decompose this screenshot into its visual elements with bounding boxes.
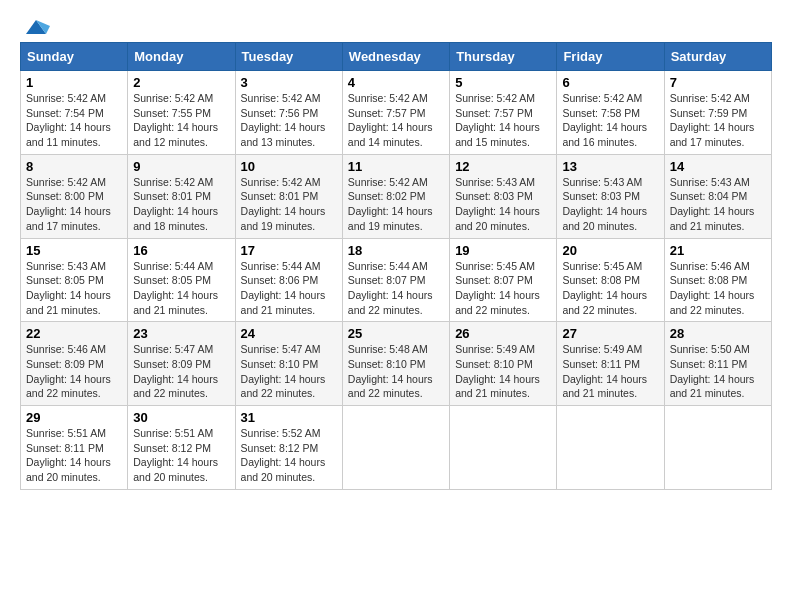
calendar-cell: 2Sunrise: 5:42 AMSunset: 7:55 PMDaylight… xyxy=(128,71,235,155)
sunrise-info: Sunrise: 5:42 AM xyxy=(348,176,428,188)
calendar-cell: 7Sunrise: 5:42 AMSunset: 7:59 PMDaylight… xyxy=(664,71,771,155)
day-info: Sunrise: 5:44 AMSunset: 8:06 PMDaylight:… xyxy=(241,259,337,318)
sunrise-info: Sunrise: 5:42 AM xyxy=(133,92,213,104)
daylight-label: Daylight: 14 hours xyxy=(348,373,433,385)
day-info: Sunrise: 5:44 AMSunset: 8:05 PMDaylight:… xyxy=(133,259,229,318)
sunset-info: Sunset: 8:03 PM xyxy=(562,190,640,202)
sunrise-info: Sunrise: 5:47 AM xyxy=(133,343,213,355)
day-number: 26 xyxy=(455,326,551,341)
calendar-header: SundayMondayTuesdayWednesdayThursdayFrid… xyxy=(21,43,772,71)
daylight-label: Daylight: 14 hours xyxy=(26,456,111,468)
week-row-1: 1Sunrise: 5:42 AMSunset: 7:54 PMDaylight… xyxy=(21,71,772,155)
calendar-table: SundayMondayTuesdayWednesdayThursdayFrid… xyxy=(20,42,772,490)
sunrise-info: Sunrise: 5:42 AM xyxy=(241,176,321,188)
sunset-info: Sunset: 7:56 PM xyxy=(241,107,319,119)
day-info: Sunrise: 5:43 AMSunset: 8:05 PMDaylight:… xyxy=(26,259,122,318)
sunrise-info: Sunrise: 5:43 AM xyxy=(562,176,642,188)
day-info: Sunrise: 5:49 AMSunset: 8:10 PMDaylight:… xyxy=(455,342,551,401)
day-info: Sunrise: 5:51 AMSunset: 8:12 PMDaylight:… xyxy=(133,426,229,485)
daylight-minutes: and 19 minutes. xyxy=(241,220,316,232)
header-day-tuesday: Tuesday xyxy=(235,43,342,71)
header xyxy=(20,16,772,32)
sunrise-info: Sunrise: 5:50 AM xyxy=(670,343,750,355)
day-number: 30 xyxy=(133,410,229,425)
sunrise-info: Sunrise: 5:47 AM xyxy=(241,343,321,355)
day-number: 18 xyxy=(348,243,444,258)
sunset-info: Sunset: 8:11 PM xyxy=(670,358,748,370)
header-day-saturday: Saturday xyxy=(664,43,771,71)
daylight-minutes: and 22 minutes. xyxy=(133,387,208,399)
daylight-label: Daylight: 14 hours xyxy=(133,121,218,133)
day-info: Sunrise: 5:42 AMSunset: 7:55 PMDaylight:… xyxy=(133,91,229,150)
day-number: 27 xyxy=(562,326,658,341)
sunset-info: Sunset: 7:57 PM xyxy=(348,107,426,119)
daylight-minutes: and 20 minutes. xyxy=(241,471,316,483)
daylight-minutes: and 19 minutes. xyxy=(348,220,423,232)
day-number: 9 xyxy=(133,159,229,174)
daylight-minutes: and 11 minutes. xyxy=(26,136,101,148)
calendar-cell: 8Sunrise: 5:42 AMSunset: 8:00 PMDaylight… xyxy=(21,154,128,238)
day-number: 7 xyxy=(670,75,766,90)
day-info: Sunrise: 5:52 AMSunset: 8:12 PMDaylight:… xyxy=(241,426,337,485)
daylight-minutes: and 17 minutes. xyxy=(26,220,101,232)
day-info: Sunrise: 5:49 AMSunset: 8:11 PMDaylight:… xyxy=(562,342,658,401)
daylight-label: Daylight: 14 hours xyxy=(670,289,755,301)
sunset-info: Sunset: 8:10 PM xyxy=(348,358,426,370)
sunrise-info: Sunrise: 5:46 AM xyxy=(670,260,750,272)
week-row-4: 22Sunrise: 5:46 AMSunset: 8:09 PMDayligh… xyxy=(21,322,772,406)
sunrise-info: Sunrise: 5:42 AM xyxy=(455,92,535,104)
day-number: 1 xyxy=(26,75,122,90)
calendar-cell xyxy=(557,406,664,490)
daylight-minutes: and 21 minutes. xyxy=(455,387,530,399)
day-info: Sunrise: 5:46 AMSunset: 8:08 PMDaylight:… xyxy=(670,259,766,318)
day-number: 24 xyxy=(241,326,337,341)
daylight-label: Daylight: 14 hours xyxy=(348,121,433,133)
day-info: Sunrise: 5:42 AMSunset: 8:01 PMDaylight:… xyxy=(241,175,337,234)
day-info: Sunrise: 5:46 AMSunset: 8:09 PMDaylight:… xyxy=(26,342,122,401)
day-info: Sunrise: 5:48 AMSunset: 8:10 PMDaylight:… xyxy=(348,342,444,401)
day-number: 6 xyxy=(562,75,658,90)
daylight-label: Daylight: 14 hours xyxy=(241,205,326,217)
daylight-label: Daylight: 14 hours xyxy=(455,205,540,217)
daylight-minutes: and 20 minutes. xyxy=(26,471,101,483)
daylight-minutes: and 18 minutes. xyxy=(133,220,208,232)
day-info: Sunrise: 5:47 AMSunset: 8:09 PMDaylight:… xyxy=(133,342,229,401)
daylight-minutes: and 20 minutes. xyxy=(562,220,637,232)
day-number: 8 xyxy=(26,159,122,174)
sunset-info: Sunset: 8:07 PM xyxy=(348,274,426,286)
day-number: 21 xyxy=(670,243,766,258)
day-info: Sunrise: 5:42 AMSunset: 7:57 PMDaylight:… xyxy=(455,91,551,150)
daylight-minutes: and 12 minutes. xyxy=(133,136,208,148)
calendar-cell: 26Sunrise: 5:49 AMSunset: 8:10 PMDayligh… xyxy=(450,322,557,406)
daylight-minutes: and 22 minutes. xyxy=(241,387,316,399)
calendar-cell: 29Sunrise: 5:51 AMSunset: 8:11 PMDayligh… xyxy=(21,406,128,490)
day-number: 3 xyxy=(241,75,337,90)
day-info: Sunrise: 5:43 AMSunset: 8:03 PMDaylight:… xyxy=(562,175,658,234)
sunset-info: Sunset: 7:58 PM xyxy=(562,107,640,119)
day-number: 31 xyxy=(241,410,337,425)
day-number: 11 xyxy=(348,159,444,174)
day-number: 15 xyxy=(26,243,122,258)
calendar-cell: 28Sunrise: 5:50 AMSunset: 8:11 PMDayligh… xyxy=(664,322,771,406)
day-number: 4 xyxy=(348,75,444,90)
daylight-label: Daylight: 14 hours xyxy=(241,121,326,133)
sunset-info: Sunset: 7:54 PM xyxy=(26,107,104,119)
calendar-cell: 15Sunrise: 5:43 AMSunset: 8:05 PMDayligh… xyxy=(21,238,128,322)
daylight-minutes: and 22 minutes. xyxy=(562,304,637,316)
daylight-minutes: and 13 minutes. xyxy=(241,136,316,148)
day-number: 28 xyxy=(670,326,766,341)
sunset-info: Sunset: 7:59 PM xyxy=(670,107,748,119)
calendar-cell: 27Sunrise: 5:49 AMSunset: 8:11 PMDayligh… xyxy=(557,322,664,406)
calendar-cell: 12Sunrise: 5:43 AMSunset: 8:03 PMDayligh… xyxy=(450,154,557,238)
daylight-minutes: and 22 minutes. xyxy=(670,304,745,316)
day-number: 25 xyxy=(348,326,444,341)
day-info: Sunrise: 5:43 AMSunset: 8:04 PMDaylight:… xyxy=(670,175,766,234)
daylight-label: Daylight: 14 hours xyxy=(241,289,326,301)
day-info: Sunrise: 5:42 AMSunset: 7:57 PMDaylight:… xyxy=(348,91,444,150)
daylight-minutes: and 14 minutes. xyxy=(348,136,423,148)
daylight-label: Daylight: 14 hours xyxy=(26,121,111,133)
daylight-label: Daylight: 14 hours xyxy=(133,205,218,217)
daylight-label: Daylight: 14 hours xyxy=(455,121,540,133)
daylight-minutes: and 22 minutes. xyxy=(26,387,101,399)
week-row-2: 8Sunrise: 5:42 AMSunset: 8:00 PMDaylight… xyxy=(21,154,772,238)
